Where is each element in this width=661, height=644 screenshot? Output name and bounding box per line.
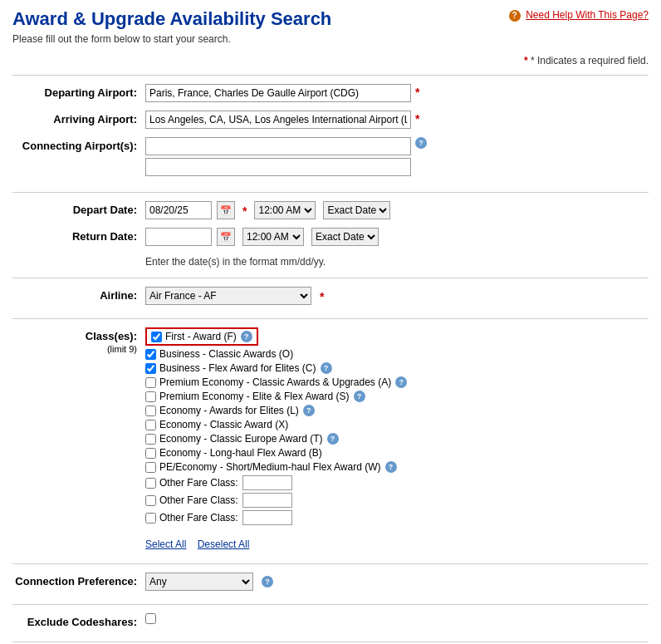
- help-link[interactable]: Need Help With This Page?: [526, 9, 649, 21]
- economy-longhaul-checkbox[interactable]: [145, 448, 156, 459]
- other-fare-3-checkbox[interactable]: [145, 513, 156, 524]
- depart-time-select[interactable]: 12:00 AM 1:00 AM 6:00 AM 12:00 PM: [254, 201, 316, 219]
- list-item: Economy - Awards for Elites (L) ?: [145, 405, 407, 416]
- list-item: PE/Economy - Short/Medium-haul Flex Awar…: [145, 461, 407, 473]
- other-fare-2-input[interactable]: [242, 493, 292, 508]
- other-fare-3-input[interactable]: [242, 510, 292, 525]
- list-item: Other Fare Class:: [145, 493, 407, 508]
- connection-preference-select[interactable]: Any Non-stop 1 Stop 2 Stops: [145, 573, 253, 591]
- depart-required: *: [242, 203, 247, 218]
- list-item: Premium Economy - Classic Awards & Upgra…: [145, 376, 407, 388]
- list-item: Economy - Classic Europe Award (T) ?: [145, 433, 407, 445]
- other-fare-1-label: Other Fare Class:: [159, 477, 238, 489]
- date-format-note: Enter the date(s) in the format mm/dd/yy…: [145, 253, 649, 271]
- classes-checkbox-list: First - Award (F) ? Business - Classic A…: [145, 327, 407, 525]
- connection-pref-info-icon[interactable]: ?: [262, 576, 273, 587]
- departing-airport-label: Departing Airport:: [12, 84, 145, 99]
- required-note: * * Indicates a required field.: [12, 55, 649, 66]
- page-title: Award & Upgrade Availability Search: [12, 8, 509, 30]
- departing-airport-input[interactable]: [145, 84, 411, 102]
- airline-label: Airline:: [12, 287, 145, 302]
- other-fare-2-label: Other Fare Class:: [159, 494, 238, 506]
- list-item: Other Fare Class:: [145, 475, 407, 490]
- other-fare-1-checkbox[interactable]: [145, 478, 156, 489]
- connecting-airport-label: Connecting Airport(s):: [12, 137, 145, 152]
- first-award-info-icon[interactable]: ?: [241, 331, 252, 342]
- connecting-airport-input-1[interactable]: [145, 137, 411, 155]
- return-date-label: Return Date:: [12, 228, 145, 243]
- pe-economy-checkbox[interactable]: [145, 462, 156, 473]
- other-fare-1-input[interactable]: [242, 475, 292, 490]
- list-item: Other Fare Class:: [145, 510, 407, 525]
- arriving-airport-label: Arriving Airport:: [12, 111, 145, 125]
- premium-classic-info-icon[interactable]: ?: [395, 376, 407, 388]
- premium-elite-label: Premium Economy - Elite & Flex Award (S): [159, 391, 350, 402]
- premium-elite-info-icon[interactable]: ?: [354, 391, 365, 402]
- pe-economy-label: PE/Economy - Short/Medium-haul Flex Awar…: [159, 461, 381, 473]
- return-date-input[interactable]: [145, 228, 212, 246]
- connecting-airport-input-2[interactable]: [145, 158, 411, 176]
- economy-elites-label: Economy - Awards for Elites (L): [159, 405, 299, 416]
- economy-classic-checkbox[interactable]: [145, 420, 156, 430]
- select-deselect-links: Select All Deselect All: [145, 532, 649, 557]
- economy-classic-label: Economy - Classic Award (X): [159, 419, 288, 430]
- first-award-checkbox[interactable]: [151, 332, 162, 342]
- first-award-label: First - Award (F): [165, 331, 237, 342]
- page-subtitle: Please fill out the form below to start …: [12, 33, 509, 45]
- depart-date-input[interactable]: [145, 201, 212, 219]
- economy-elites-checkbox[interactable]: [145, 406, 156, 416]
- business-classic-checkbox[interactable]: [145, 349, 156, 360]
- premium-classic-label: Premium Economy - Classic Awards & Upgra…: [159, 376, 391, 388]
- business-flex-info-icon[interactable]: ?: [321, 362, 332, 374]
- depart-calendar-icon[interactable]: 📅: [217, 201, 235, 219]
- economy-longhaul-label: Economy - Long-haul Flex Award (B): [159, 447, 322, 459]
- other-fare-3-label: Other Fare Class:: [159, 512, 238, 524]
- economy-elites-info-icon[interactable]: ?: [303, 405, 315, 416]
- first-award-box: First - Award (F) ?: [145, 327, 258, 346]
- airline-select[interactable]: Air France - AF Delta - DL United - UA A…: [145, 287, 311, 305]
- pe-economy-info-icon[interactable]: ?: [385, 461, 397, 473]
- help-icon: ?: [509, 10, 521, 22]
- business-classic-label: Business - Classic Awards (O): [159, 348, 293, 360]
- list-item: Economy - Long-haul Flex Award (B): [145, 447, 407, 459]
- premium-classic-checkbox[interactable]: [145, 377, 156, 388]
- economy-europe-label: Economy - Classic Europe Award (T): [159, 433, 323, 445]
- depart-date-type-select[interactable]: Exact Date +/- 1 Day +/- 2 Days +/- 3 Da…: [323, 201, 390, 219]
- other-fare-2-checkbox[interactable]: [145, 495, 156, 506]
- economy-europe-info-icon[interactable]: ?: [327, 433, 339, 445]
- premium-elite-checkbox[interactable]: [145, 391, 156, 402]
- return-time-select[interactable]: 12:00 AM 1:00 AM 6:00 AM 12:00 PM: [242, 228, 304, 246]
- connection-pref-label: Connection Preference:: [12, 573, 145, 587]
- list-item: Business - Flex Award for Elites (C) ?: [145, 362, 407, 374]
- business-flex-label: Business - Flex Award for Elites (C): [159, 362, 316, 374]
- business-flex-checkbox[interactable]: [145, 363, 156, 374]
- deselect-all-link[interactable]: Deselect All: [198, 538, 250, 550]
- select-all-link[interactable]: Select All: [145, 538, 186, 550]
- airline-required: *: [320, 288, 324, 303]
- classes-label: Class(es): (limit 9): [12, 327, 145, 355]
- arriving-airport-input[interactable]: [145, 111, 411, 129]
- list-item: Business - Classic Awards (O): [145, 348, 407, 360]
- list-item: Economy - Classic Award (X): [145, 419, 407, 430]
- return-date-type-select[interactable]: Exact Date +/- 1 Day +/- 2 Days: [311, 228, 379, 246]
- depart-date-label: Depart Date:: [12, 201, 145, 216]
- exclude-codeshares-label: Exclude Codeshares:: [12, 613, 145, 628]
- departing-required: *: [415, 84, 419, 99]
- connecting-info-icon[interactable]: ?: [415, 137, 427, 149]
- list-item: Premium Economy - Elite & Flex Award (S)…: [145, 391, 407, 402]
- economy-europe-checkbox[interactable]: [145, 434, 156, 445]
- arriving-required: *: [415, 111, 419, 125]
- return-calendar-icon[interactable]: 📅: [217, 228, 235, 246]
- exclude-codeshares-checkbox[interactable]: [145, 613, 156, 624]
